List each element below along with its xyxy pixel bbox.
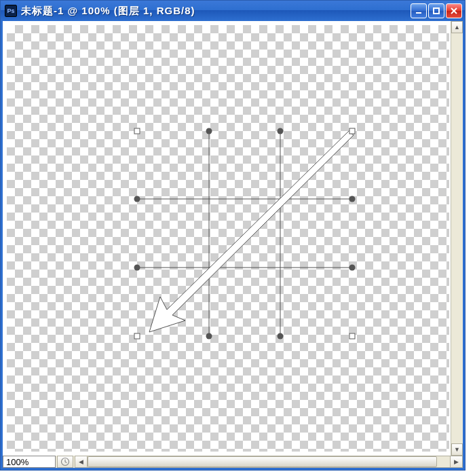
scale-arrow-icon: [149, 130, 354, 332]
vertical-scrollbar[interactable]: ▲ ▼: [451, 21, 463, 456]
scroll-up-button[interactable]: ▲: [451, 21, 463, 33]
doc-info-button[interactable]: [57, 456, 73, 468]
horizontal-scrollbar[interactable]: ◀ ▶: [75, 456, 463, 468]
transform-handle-br[interactable]: [349, 333, 356, 340]
transform-handle-bl[interactable]: [134, 333, 140, 340]
transform-handle-tl[interactable]: [134, 128, 140, 134]
close-icon: [450, 7, 458, 15]
history-icon: [60, 457, 70, 466]
maximize-button[interactable]: [428, 3, 444, 18]
app-icon: Ps: [5, 5, 17, 17]
svg-rect-1: [434, 8, 439, 14]
client-area: ▲ ▼: [1, 21, 465, 456]
statusbar: 100% ◀ ▶: [1, 456, 465, 470]
free-transform-box[interactable]: [134, 128, 355, 339]
document-window: Ps 未标题-1 @ 100% (图层 1, RGB/8): [0, 0, 466, 471]
transform-handle-bottom-1[interactable]: [206, 333, 212, 340]
transform-handle-top-1[interactable]: [206, 128, 212, 134]
window-title: 未标题-1 @ 100% (图层 1, RGB/8): [21, 5, 406, 18]
transform-grid: [134, 128, 355, 339]
close-button[interactable]: [446, 3, 462, 18]
transform-handle-bottom-2[interactable]: [278, 333, 284, 340]
hscroll-thumb[interactable]: [88, 456, 437, 467]
transform-handle-right-2[interactable]: [349, 265, 356, 271]
svg-rect-0: [416, 12, 421, 14]
maximize-icon: [432, 7, 440, 15]
window-controls: [411, 3, 462, 18]
minimize-icon: [415, 7, 423, 15]
canvas-viewport[interactable]: ▲ ▼: [3, 21, 463, 456]
scroll-right-button[interactable]: ▶: [450, 456, 462, 467]
scroll-left-button[interactable]: ◀: [75, 456, 88, 467]
scroll-left-icon: ◀: [79, 458, 83, 465]
titlebar[interactable]: Ps 未标题-1 @ 100% (图层 1, RGB/8): [1, 1, 465, 21]
minimize-button[interactable]: [411, 3, 427, 18]
scroll-up-icon: ▲: [454, 24, 460, 31]
transform-handle-right-1[interactable]: [349, 196, 356, 202]
scroll-down-button[interactable]: ▼: [451, 443, 463, 456]
scroll-right-icon: ▶: [454, 458, 459, 465]
transform-handle-left-1[interactable]: [134, 196, 140, 202]
zoom-input[interactable]: 100%: [3, 456, 56, 468]
transform-handle-left-2[interactable]: [134, 265, 140, 271]
transform-handle-top-2[interactable]: [278, 128, 284, 134]
scroll-down-icon: ▼: [454, 446, 460, 453]
transform-handle-tr[interactable]: [349, 128, 356, 134]
